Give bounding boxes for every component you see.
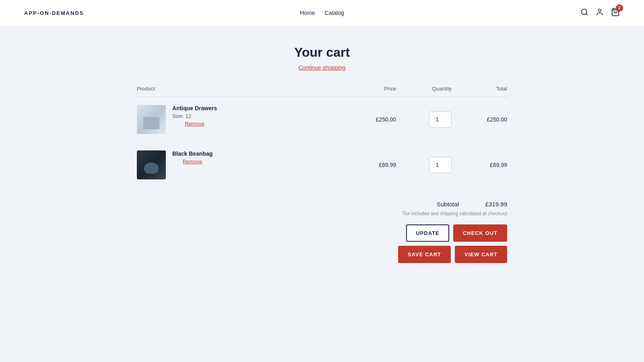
product-info-1: Antique Drawers Size: 12 Remove bbox=[172, 105, 217, 127]
nav-home[interactable]: Home bbox=[300, 10, 315, 16]
subtotal-row: Subtotal £319.99 bbox=[137, 201, 507, 208]
table-row: Black Beanbag Remove £69.99 £69.99 bbox=[137, 142, 507, 188]
page-title: Your cart bbox=[137, 45, 507, 60]
product-name-1: Antique Drawers bbox=[172, 105, 217, 111]
button-row-1: UPDATE CHECK OUT bbox=[137, 224, 507, 242]
header-icons: 2 bbox=[580, 8, 620, 19]
svg-line-1 bbox=[586, 13, 588, 15]
header-quantity: Quantity bbox=[396, 86, 452, 97]
site-logo: APP-ON-DEMANDS bbox=[24, 10, 84, 16]
cart-badge: 2 bbox=[616, 4, 623, 12]
table-row: Antique Drawers Size: 12 Remove £250.00 … bbox=[137, 97, 507, 142]
subtotal-label: Subtotal bbox=[437, 201, 459, 208]
continue-shopping-link[interactable]: Continue shopping bbox=[299, 64, 346, 71]
header-price: Price bbox=[341, 86, 396, 97]
product-price-2: £69.99 bbox=[341, 142, 396, 188]
header-product: Product bbox=[137, 86, 341, 97]
svg-point-2 bbox=[599, 9, 601, 12]
quantity-input-1[interactable] bbox=[429, 111, 452, 128]
main-nav: Home Catalog bbox=[300, 10, 344, 16]
product-cell-2: Black Beanbag Remove bbox=[137, 150, 341, 179]
cart-table: Product Price Quantity Total Antique Dra… bbox=[137, 86, 507, 188]
checkout-button[interactable]: CHECK OUT bbox=[453, 224, 507, 242]
subtotal-section: Subtotal £319.99 Tax included and shippi… bbox=[137, 201, 507, 263]
product-total-2: £69.99 bbox=[452, 142, 507, 188]
product-info-2: Black Beanbag Remove bbox=[172, 150, 213, 165]
main-content: Your cart Continue shopping Product Pric… bbox=[129, 26, 515, 286]
product-size-1: Size: 12 bbox=[172, 113, 217, 119]
remove-button-1[interactable]: Remove bbox=[172, 121, 217, 127]
site-header: APP-ON-DEMANDS Home Catalog 2 bbox=[0, 0, 644, 26]
continue-shopping-container: Continue shopping bbox=[137, 64, 507, 71]
save-cart-button[interactable]: SAVE CART bbox=[398, 246, 451, 263]
product-name-2: Black Beanbag bbox=[172, 150, 213, 157]
subtotal-amount: £319.99 bbox=[475, 201, 507, 208]
tax-note: Tax included and shipping calculated at … bbox=[137, 211, 507, 216]
nav-catalog[interactable]: Catalog bbox=[325, 10, 344, 16]
product-price-1: £250.00 bbox=[341, 97, 396, 142]
header-total: Total bbox=[452, 86, 507, 97]
product-total-1: £250.00 bbox=[452, 97, 507, 142]
search-icon[interactable] bbox=[580, 8, 588, 18]
remove-button-2[interactable]: Remove bbox=[172, 158, 213, 165]
button-row-2: SAVE CART VIEW CART bbox=[137, 246, 507, 263]
quantity-input-2[interactable] bbox=[429, 157, 452, 173]
cart-icon[interactable]: 2 bbox=[611, 8, 620, 19]
product-image-beanbag bbox=[137, 150, 166, 179]
product-cell-1: Antique Drawers Size: 12 Remove bbox=[137, 105, 341, 134]
product-image-drawers bbox=[137, 105, 166, 134]
update-button[interactable]: UPDATE bbox=[406, 224, 449, 242]
account-icon[interactable] bbox=[596, 8, 604, 18]
view-cart-button[interactable]: VIEW CART bbox=[455, 246, 507, 263]
